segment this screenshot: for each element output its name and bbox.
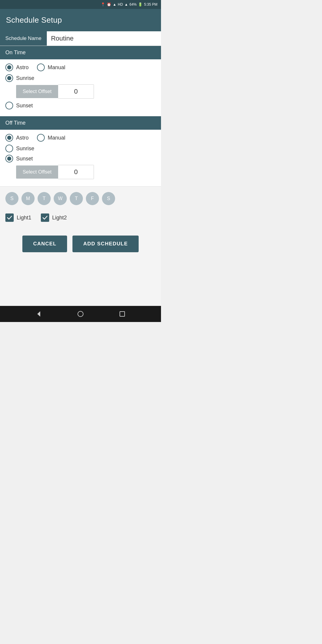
alarm-icon: ⏰ [107, 2, 111, 7]
on-time-astro-label: Astro [16, 64, 29, 71]
on-time-manual-radio-circle [37, 64, 45, 71]
on-time-sunrise-radio[interactable]: Sunrise [5, 74, 34, 82]
off-time-select-offset-button[interactable]: Select Offset [16, 165, 58, 179]
on-time-sunrise-label: Sunrise [16, 75, 34, 81]
off-time-sunrise-radio[interactable]: Sunrise [5, 145, 34, 152]
on-time-sunset-label: Sunset [16, 103, 33, 109]
on-time-sunrise-radio-circle [5, 74, 13, 82]
on-time-astro-radio[interactable]: Astro [5, 64, 29, 71]
app-header: Schedule Setup [0, 9, 161, 31]
lights-checkbox-row: Light1 Light2 [0, 210, 161, 227]
on-time-manual-label: Manual [48, 64, 65, 71]
off-time-sunset-label: Sunset [16, 156, 33, 162]
on-time-header: On Time [0, 46, 161, 59]
on-time-select-offset-button[interactable]: Select Offset [16, 85, 58, 98]
status-bar: 📍 ⏰ ▲ HD ▲ 64% 🔋 5:35 PM [0, 0, 161, 9]
day-sunday[interactable]: S [5, 192, 18, 205]
light1-label: Light1 [17, 215, 31, 221]
light2-checkmark-icon [42, 215, 48, 220]
light1-checkbox[interactable] [5, 213, 14, 222]
cancel-button[interactable]: CANCEL [22, 236, 67, 252]
day-monday[interactable]: M [21, 192, 35, 205]
off-time-astro-radio-circle [5, 134, 13, 142]
status-icons: 📍 ⏰ ▲ HD ▲ 64% 🔋 5:35 PM [101, 2, 157, 7]
time-label: 5:35 PM [144, 2, 157, 7]
off-time-offset-container: Select Offset 0 [16, 165, 156, 179]
signal-label: HD [118, 2, 123, 7]
off-time-astro-manual-row: Astro Manual [5, 134, 156, 142]
light1-checkbox-item[interactable]: Light1 [5, 213, 31, 222]
off-time-sunset-row: Sunset [5, 155, 156, 162]
schedule-name-input[interactable] [47, 31, 161, 46]
on-time-offset-value: 0 [58, 84, 94, 99]
on-time-radio-group: Astro Manual Sunrise Select Offset 0 Sun… [0, 59, 161, 116]
off-time-sunset-radio[interactable]: Sunset [5, 155, 33, 162]
light2-checkbox-item[interactable]: Light2 [41, 213, 67, 222]
off-time-manual-label: Manual [48, 135, 65, 141]
day-thursday[interactable]: T [70, 192, 83, 205]
on-time-manual-radio[interactable]: Manual [37, 64, 65, 71]
days-row: S M T W T F S [0, 187, 161, 210]
page-title: Schedule Setup [6, 16, 155, 25]
recent-apps-button[interactable] [119, 311, 126, 317]
light2-label: Light2 [52, 215, 67, 221]
off-time-manual-radio[interactable]: Manual [37, 134, 65, 142]
location-icon: 📍 [101, 2, 105, 7]
svg-rect-2 [120, 312, 125, 316]
svg-point-1 [78, 311, 83, 317]
on-time-astro-radio-circle [5, 64, 13, 71]
day-tuesday[interactable]: T [38, 192, 51, 205]
add-schedule-button[interactable]: ADD SCHEDULE [72, 236, 138, 252]
schedule-name-row: Schedule Name [0, 31, 161, 46]
home-button[interactable] [77, 311, 84, 317]
on-time-offset-container: Select Offset 0 [16, 84, 156, 99]
on-time-sunset-row: Sunset [5, 102, 156, 109]
on-time-sunset-radio-circle [5, 102, 13, 109]
off-time-astro-label: Astro [16, 135, 29, 141]
on-time-astro-manual-row: Astro Manual [5, 64, 156, 71]
day-saturday[interactable]: S [102, 192, 115, 205]
off-time-sunrise-radio-circle [5, 145, 13, 152]
light2-checkbox[interactable] [41, 213, 49, 222]
nav-bar [0, 306, 161, 322]
off-time-sunset-radio-circle [5, 155, 13, 162]
schedule-name-label: Schedule Name [0, 31, 47, 46]
off-time-manual-radio-circle [37, 134, 45, 142]
day-friday[interactable]: F [86, 192, 99, 205]
on-time-sunset-radio[interactable]: Sunset [5, 102, 33, 109]
on-time-sunrise-row: Sunrise [5, 74, 156, 82]
off-time-header: Off Time [0, 116, 161, 130]
day-wednesday[interactable]: W [54, 192, 67, 205]
button-row: CANCEL ADD SCHEDULE [0, 227, 161, 261]
content: Schedule Name On Time Astro Manual Sunri… [0, 31, 161, 306]
battery-label: 64% [129, 2, 137, 7]
back-button[interactable] [35, 311, 42, 317]
signal-icon: ▲ [124, 2, 128, 7]
empty-space [0, 261, 161, 290]
off-time-sunrise-label: Sunrise [16, 145, 34, 152]
light1-checkmark-icon [7, 215, 12, 220]
off-time-sunrise-row: Sunrise [5, 145, 156, 152]
svg-marker-0 [37, 311, 40, 317]
wifi-icon: ▲ [113, 2, 116, 7]
battery-icon: 🔋 [138, 2, 143, 7]
off-time-radio-group: Astro Manual Sunrise Sunset Select Offse… [0, 130, 161, 186]
off-time-offset-value: 0 [58, 165, 94, 179]
off-time-astro-radio[interactable]: Astro [5, 134, 29, 142]
